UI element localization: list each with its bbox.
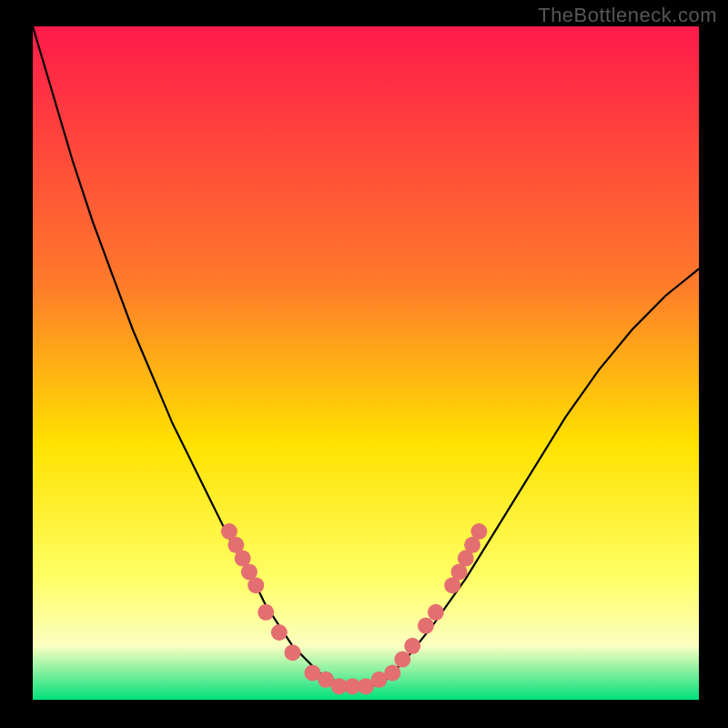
scatter-dot: [404, 638, 420, 654]
scatter-dot: [258, 604, 274, 621]
credit-label: TheBottleneck.com: [538, 4, 717, 27]
scatter-dot: [248, 577, 264, 593]
scatter-dot: [285, 644, 301, 661]
scatter-dot: [394, 652, 410, 668]
scatter-dot: [470, 523, 487, 540]
chart-stage: TheBottleneck.com: [0, 0, 728, 728]
scatter-dot: [384, 664, 400, 681]
scatter-dot: [271, 624, 288, 641]
scatter-dot: [428, 604, 444, 621]
scatter-dot: [418, 618, 434, 634]
plot-background: [33, 26, 699, 700]
chart-svg: [0, 0, 728, 728]
